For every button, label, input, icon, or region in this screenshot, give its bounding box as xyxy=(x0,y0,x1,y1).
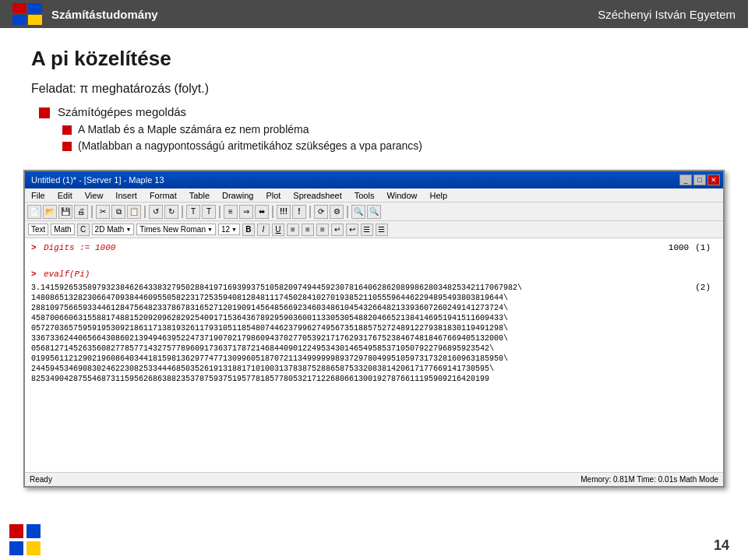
menu-tools[interactable]: Tools xyxy=(351,190,378,201)
menu-insert[interactable]: Insert xyxy=(112,190,140,201)
menu-format[interactable]: Format xyxy=(146,190,180,201)
menu-plot[interactable]: Plot xyxy=(263,190,284,201)
toolbar-settings[interactable]: ⚙ xyxy=(330,205,344,219)
list-btn[interactable]: ☰ xyxy=(361,224,373,236)
pi-output: 3.14159265358979323846264338327950288419… xyxy=(31,283,717,384)
separator xyxy=(91,206,93,218)
sub-bullet-text: A Matlab és a Maple számára ez nem probl… xyxy=(78,123,309,136)
align-right-btn[interactable]: ≡ xyxy=(316,224,329,236)
toolbar-copy[interactable]: ⧉ xyxy=(111,205,125,219)
toolbar-print[interactable]: 🖨 xyxy=(74,205,88,219)
prompt-icon: > xyxy=(31,269,41,279)
menu-table[interactable]: Table xyxy=(186,190,213,201)
outdent-btn[interactable]: ↩ xyxy=(346,224,358,236)
toolbar-undo[interactable]: ↺ xyxy=(149,205,163,219)
toolbar-redo[interactable]: ↻ xyxy=(164,205,178,219)
svg-rect-0 xyxy=(9,524,23,538)
svg-rect-3 xyxy=(26,541,41,555)
font-dropdown[interactable]: Times New Roman ▼ xyxy=(136,224,216,235)
bottom-logo xyxy=(8,523,42,557)
separator xyxy=(219,206,221,218)
toolbar-paste[interactable]: 📋 xyxy=(127,205,141,219)
maple-statusbar: Ready Memory: 0.81M Time: 0.01s Math Mod… xyxy=(25,472,723,486)
university-logo xyxy=(12,3,44,25)
maple-titlebar: Untitled (1)* - [Server 1] - Maple 13 _ … xyxy=(25,171,723,188)
maximize-button[interactable]: □ xyxy=(693,174,706,185)
svg-rect-2 xyxy=(9,541,23,555)
italic-button[interactable]: I xyxy=(257,224,270,236)
mode-text-dropdown[interactable]: Text xyxy=(28,224,48,235)
pi-value-block: 3.14159265358979323846264338327950288419… xyxy=(31,283,695,384)
separator xyxy=(272,206,273,218)
menu-edit[interactable]: Edit xyxy=(55,190,76,201)
numlist-btn[interactable]: ☰ xyxy=(376,224,388,236)
underline-button[interactable]: U xyxy=(272,224,284,236)
output-1000: 1000 xyxy=(669,243,695,252)
label-1: (1) xyxy=(695,243,717,252)
bullet-icon xyxy=(39,107,50,118)
fontsize-label: 12 xyxy=(221,225,230,234)
pi-line-1: 1480865132823066470938446095505822317253… xyxy=(31,293,695,303)
bold-button[interactable]: B xyxy=(242,224,255,236)
align-center-btn[interactable]: ≡ xyxy=(302,224,314,236)
mode-text-label: Text xyxy=(31,225,45,234)
separator xyxy=(182,206,183,218)
align-left-btn[interactable]: ≡ xyxy=(287,224,299,236)
toolbar-refresh[interactable]: ⟳ xyxy=(314,205,328,219)
mode-math-dropdown[interactable]: Math xyxy=(51,224,74,235)
slide-section-title: Számítástudomány xyxy=(51,8,158,21)
toolbar-cut[interactable]: ✂ xyxy=(96,205,110,219)
menu-file[interactable]: File xyxy=(28,190,48,201)
indent-btn[interactable]: ↵ xyxy=(331,224,344,236)
toolbar-math[interactable]: T xyxy=(202,205,216,219)
pi-line-6: 0568127145263560827785771432757789609173… xyxy=(31,343,695,354)
toolbar-align-right[interactable]: ⇒ xyxy=(239,205,253,219)
2dmath-label: 2D Math xyxy=(95,225,125,234)
university-name: Széchenyi István Egyetem xyxy=(598,8,736,21)
label-2: (2) xyxy=(695,283,717,292)
maple-document[interactable]: > Digits := 1000 1000 (1) > evalf(Pi) 3.… xyxy=(25,238,723,472)
list-item: (Matlabban a nagypontosságú aritmetikáho… xyxy=(62,139,717,152)
list-item: A Matlab és a Maple számára ez nem probl… xyxy=(62,123,717,136)
menu-window[interactable]: Window xyxy=(383,190,420,201)
task-line: Feladat: π meghatározás (folyt.) xyxy=(31,82,717,96)
pi-line-3: 4587006606315588174881520920962829254091… xyxy=(31,313,695,323)
bullet-list: Számítógépes megoldás A Matlab és a Mapl… xyxy=(31,105,717,152)
close-button[interactable]: ✕ xyxy=(707,174,720,185)
pi-line-9: 8253490428755468731159562686388235378759… xyxy=(31,374,695,384)
separator xyxy=(144,206,146,218)
list-item: Számítógépes megoldás xyxy=(39,105,717,118)
menu-help[interactable]: Help xyxy=(427,190,451,201)
toolbar-new[interactable]: 📄 xyxy=(27,205,41,219)
toolbar-stop[interactable]: ! xyxy=(292,205,306,219)
menu-drawing[interactable]: Drawing xyxy=(219,190,256,201)
minimize-button[interactable]: _ xyxy=(679,174,692,185)
input-line-2: > evalf(Pi) xyxy=(31,269,717,282)
maple-menubar: File Edit View Insert Format Table Drawi… xyxy=(25,188,723,203)
header-bar: Számítástudomány Széchenyi István Egyete… xyxy=(0,0,748,28)
mode-math-label: Math xyxy=(54,225,71,234)
separator xyxy=(347,206,348,218)
pi-line-0: 3.14159265358979323846264338327950288419… xyxy=(31,283,695,293)
pi-line-8: 2445945346908302462230825334446850352619… xyxy=(31,364,695,374)
pi-line-2: 2881097566593344612847564823378678316527… xyxy=(31,303,695,313)
toolbar-exclaim[interactable]: !!! xyxy=(277,205,291,219)
menu-view[interactable]: View xyxy=(82,190,107,201)
c-button[interactable]: C xyxy=(77,224,90,236)
sub-bullet-text: (Matlabban a nagypontosságú aritmetikáho… xyxy=(78,139,422,152)
toolbar-open[interactable]: 📂 xyxy=(43,205,57,219)
toolbar-save[interactable]: 💾 xyxy=(58,205,72,219)
separator xyxy=(309,206,311,218)
svg-rect-1 xyxy=(26,524,41,538)
fontsize-dropdown[interactable]: 12 ▼ xyxy=(218,224,240,235)
sub-bullet-icon xyxy=(62,125,72,135)
toolbar-zoom-in[interactable]: 🔍 xyxy=(351,205,365,219)
font-label: Times New Roman xyxy=(139,225,206,234)
toolbar-text[interactable]: T xyxy=(186,205,200,219)
2dmath-dropdown[interactable]: 2D Math ▼ xyxy=(92,224,135,235)
prompt-icon: > xyxy=(31,243,41,252)
menu-spreadsheet[interactable]: Spreadsheet xyxy=(290,190,344,201)
toolbar-align-left[interactable]: ≡ xyxy=(224,205,238,219)
toolbar-zoom-out[interactable]: 🔍 xyxy=(367,205,381,219)
toolbar-arrow[interactable]: ⬌ xyxy=(255,205,269,219)
